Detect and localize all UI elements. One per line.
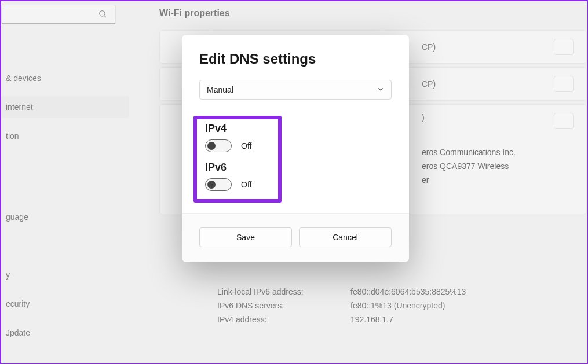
save-button[interactable]: Save [199,227,292,247]
toggle-knob [207,142,216,150]
ipv4-toggle[interactable] [205,139,232,152]
annotation-highlight: IPv4 Off IPv6 Off [193,116,282,203]
dialog-footer: Save Cancel [182,213,409,262]
chevron-down-icon [377,85,385,93]
ipv6-label: IPv6 [205,161,270,174]
dialog-title: Edit DNS settings [199,51,392,67]
ipv6-state: Off [241,180,251,189]
dns-mode-select[interactable]: Manual [199,80,392,100]
select-value: Manual [199,80,392,100]
ipv4-state: Off [241,141,251,150]
ipv4-label: IPv4 [205,123,270,135]
toggle-knob [207,181,216,189]
ipv4-group: IPv4 Off [205,123,270,152]
cancel-button[interactable]: Cancel [299,227,392,247]
edit-dns-dialog: Edit DNS settings Manual IPv4 Off [182,35,409,262]
ipv6-group: IPv6 Off [205,161,270,191]
ipv6-toggle[interactable] [205,178,232,191]
